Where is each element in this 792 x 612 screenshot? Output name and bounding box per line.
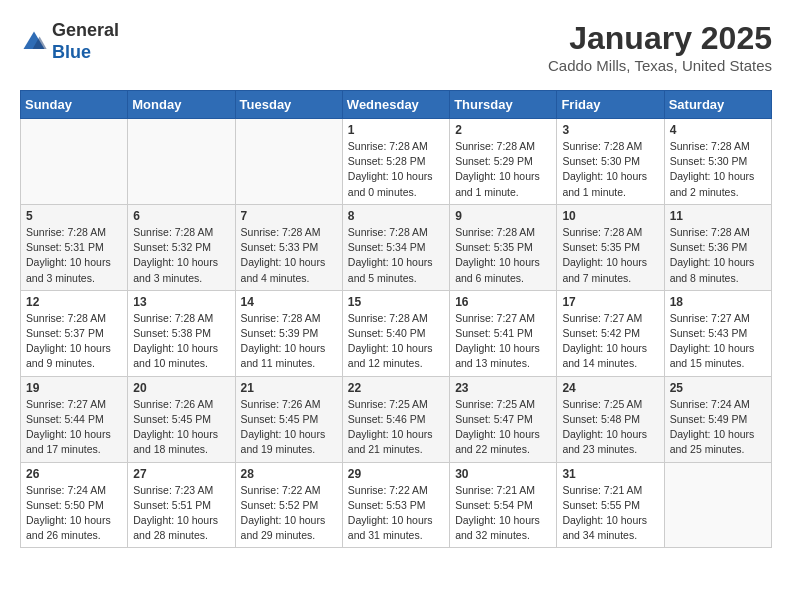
calendar-day-header: Wednesday (342, 91, 449, 119)
day-number: 15 (348, 295, 444, 309)
calendar-cell: 3Sunrise: 7:28 AMSunset: 5:30 PMDaylight… (557, 119, 664, 205)
calendar-cell: 19Sunrise: 7:27 AMSunset: 5:44 PMDayligh… (21, 376, 128, 462)
day-number: 21 (241, 381, 337, 395)
calendar-day-header: Saturday (664, 91, 771, 119)
logo-general: General (52, 20, 119, 42)
calendar-cell: 28Sunrise: 7:22 AMSunset: 5:52 PMDayligh… (235, 462, 342, 548)
day-info: Sunrise: 7:28 AMSunset: 5:34 PMDaylight:… (348, 225, 444, 286)
calendar-cell: 9Sunrise: 7:28 AMSunset: 5:35 PMDaylight… (450, 204, 557, 290)
calendar-cell: 30Sunrise: 7:21 AMSunset: 5:54 PMDayligh… (450, 462, 557, 548)
calendar-day-header: Tuesday (235, 91, 342, 119)
day-number: 1 (348, 123, 444, 137)
calendar-cell: 11Sunrise: 7:28 AMSunset: 5:36 PMDayligh… (664, 204, 771, 290)
day-info: Sunrise: 7:28 AMSunset: 5:39 PMDaylight:… (241, 311, 337, 372)
day-info: Sunrise: 7:28 AMSunset: 5:30 PMDaylight:… (562, 139, 658, 200)
calendar-cell: 14Sunrise: 7:28 AMSunset: 5:39 PMDayligh… (235, 290, 342, 376)
day-number: 20 (133, 381, 229, 395)
day-info: Sunrise: 7:21 AMSunset: 5:54 PMDaylight:… (455, 483, 551, 544)
day-info: Sunrise: 7:24 AMSunset: 5:49 PMDaylight:… (670, 397, 766, 458)
calendar-cell: 22Sunrise: 7:25 AMSunset: 5:46 PMDayligh… (342, 376, 449, 462)
calendar-cell: 8Sunrise: 7:28 AMSunset: 5:34 PMDaylight… (342, 204, 449, 290)
calendar-cell: 16Sunrise: 7:27 AMSunset: 5:41 PMDayligh… (450, 290, 557, 376)
page-header: General Blue January 2025 Caddo Mills, T… (20, 20, 772, 74)
day-info: Sunrise: 7:27 AMSunset: 5:42 PMDaylight:… (562, 311, 658, 372)
calendar-subtitle: Caddo Mills, Texas, United States (548, 57, 772, 74)
calendar-header: SundayMondayTuesdayWednesdayThursdayFrid… (21, 91, 772, 119)
day-number: 22 (348, 381, 444, 395)
day-info: Sunrise: 7:28 AMSunset: 5:29 PMDaylight:… (455, 139, 551, 200)
day-info: Sunrise: 7:28 AMSunset: 5:37 PMDaylight:… (26, 311, 122, 372)
calendar-cell (235, 119, 342, 205)
day-info: Sunrise: 7:26 AMSunset: 5:45 PMDaylight:… (133, 397, 229, 458)
day-number: 3 (562, 123, 658, 137)
day-info: Sunrise: 7:28 AMSunset: 5:30 PMDaylight:… (670, 139, 766, 200)
calendar-cell: 31Sunrise: 7:21 AMSunset: 5:55 PMDayligh… (557, 462, 664, 548)
day-number: 4 (670, 123, 766, 137)
calendar-cell: 18Sunrise: 7:27 AMSunset: 5:43 PMDayligh… (664, 290, 771, 376)
calendar-day-header: Sunday (21, 91, 128, 119)
day-number: 9 (455, 209, 551, 223)
day-info: Sunrise: 7:22 AMSunset: 5:52 PMDaylight:… (241, 483, 337, 544)
day-number: 30 (455, 467, 551, 481)
day-info: Sunrise: 7:22 AMSunset: 5:53 PMDaylight:… (348, 483, 444, 544)
day-info: Sunrise: 7:28 AMSunset: 5:38 PMDaylight:… (133, 311, 229, 372)
calendar-cell: 2Sunrise: 7:28 AMSunset: 5:29 PMDaylight… (450, 119, 557, 205)
day-number: 18 (670, 295, 766, 309)
calendar-week-row: 26Sunrise: 7:24 AMSunset: 5:50 PMDayligh… (21, 462, 772, 548)
calendar-cell: 10Sunrise: 7:28 AMSunset: 5:35 PMDayligh… (557, 204, 664, 290)
calendar-cell: 1Sunrise: 7:28 AMSunset: 5:28 PMDaylight… (342, 119, 449, 205)
day-number: 26 (26, 467, 122, 481)
day-info: Sunrise: 7:23 AMSunset: 5:51 PMDaylight:… (133, 483, 229, 544)
calendar-cell: 29Sunrise: 7:22 AMSunset: 5:53 PMDayligh… (342, 462, 449, 548)
day-number: 6 (133, 209, 229, 223)
calendar-cell: 15Sunrise: 7:28 AMSunset: 5:40 PMDayligh… (342, 290, 449, 376)
day-number: 24 (562, 381, 658, 395)
calendar-cell: 17Sunrise: 7:27 AMSunset: 5:42 PMDayligh… (557, 290, 664, 376)
calendar-week-row: 1Sunrise: 7:28 AMSunset: 5:28 PMDaylight… (21, 119, 772, 205)
day-info: Sunrise: 7:24 AMSunset: 5:50 PMDaylight:… (26, 483, 122, 544)
day-number: 12 (26, 295, 122, 309)
logo-icon (20, 28, 48, 56)
calendar-day-header: Friday (557, 91, 664, 119)
day-info: Sunrise: 7:25 AMSunset: 5:48 PMDaylight:… (562, 397, 658, 458)
day-info: Sunrise: 7:28 AMSunset: 5:31 PMDaylight:… (26, 225, 122, 286)
day-number: 11 (670, 209, 766, 223)
calendar-cell: 27Sunrise: 7:23 AMSunset: 5:51 PMDayligh… (128, 462, 235, 548)
day-number: 8 (348, 209, 444, 223)
day-info: Sunrise: 7:27 AMSunset: 5:43 PMDaylight:… (670, 311, 766, 372)
calendar-week-row: 12Sunrise: 7:28 AMSunset: 5:37 PMDayligh… (21, 290, 772, 376)
day-number: 5 (26, 209, 122, 223)
title-block: January 2025 Caddo Mills, Texas, United … (548, 20, 772, 74)
day-number: 16 (455, 295, 551, 309)
calendar-cell: 24Sunrise: 7:25 AMSunset: 5:48 PMDayligh… (557, 376, 664, 462)
day-info: Sunrise: 7:28 AMSunset: 5:33 PMDaylight:… (241, 225, 337, 286)
calendar-week-row: 5Sunrise: 7:28 AMSunset: 5:31 PMDaylight… (21, 204, 772, 290)
day-info: Sunrise: 7:28 AMSunset: 5:40 PMDaylight:… (348, 311, 444, 372)
calendar-cell: 20Sunrise: 7:26 AMSunset: 5:45 PMDayligh… (128, 376, 235, 462)
day-number: 19 (26, 381, 122, 395)
day-number: 2 (455, 123, 551, 137)
calendar-cell: 13Sunrise: 7:28 AMSunset: 5:38 PMDayligh… (128, 290, 235, 376)
day-info: Sunrise: 7:28 AMSunset: 5:36 PMDaylight:… (670, 225, 766, 286)
day-number: 23 (455, 381, 551, 395)
calendar-cell: 21Sunrise: 7:26 AMSunset: 5:45 PMDayligh… (235, 376, 342, 462)
day-number: 25 (670, 381, 766, 395)
day-info: Sunrise: 7:28 AMSunset: 5:28 PMDaylight:… (348, 139, 444, 200)
day-info: Sunrise: 7:28 AMSunset: 5:32 PMDaylight:… (133, 225, 229, 286)
calendar-cell: 23Sunrise: 7:25 AMSunset: 5:47 PMDayligh… (450, 376, 557, 462)
calendar-week-row: 19Sunrise: 7:27 AMSunset: 5:44 PMDayligh… (21, 376, 772, 462)
day-info: Sunrise: 7:25 AMSunset: 5:47 PMDaylight:… (455, 397, 551, 458)
calendar-header-row: SundayMondayTuesdayWednesdayThursdayFrid… (21, 91, 772, 119)
calendar-cell (128, 119, 235, 205)
day-info: Sunrise: 7:27 AMSunset: 5:44 PMDaylight:… (26, 397, 122, 458)
day-number: 10 (562, 209, 658, 223)
logo-text: General Blue (52, 20, 119, 63)
day-number: 31 (562, 467, 658, 481)
day-info: Sunrise: 7:28 AMSunset: 5:35 PMDaylight:… (455, 225, 551, 286)
day-info: Sunrise: 7:25 AMSunset: 5:46 PMDaylight:… (348, 397, 444, 458)
day-info: Sunrise: 7:27 AMSunset: 5:41 PMDaylight:… (455, 311, 551, 372)
day-info: Sunrise: 7:26 AMSunset: 5:45 PMDaylight:… (241, 397, 337, 458)
logo-blue: Blue (52, 42, 119, 64)
day-number: 27 (133, 467, 229, 481)
logo: General Blue (20, 20, 119, 63)
